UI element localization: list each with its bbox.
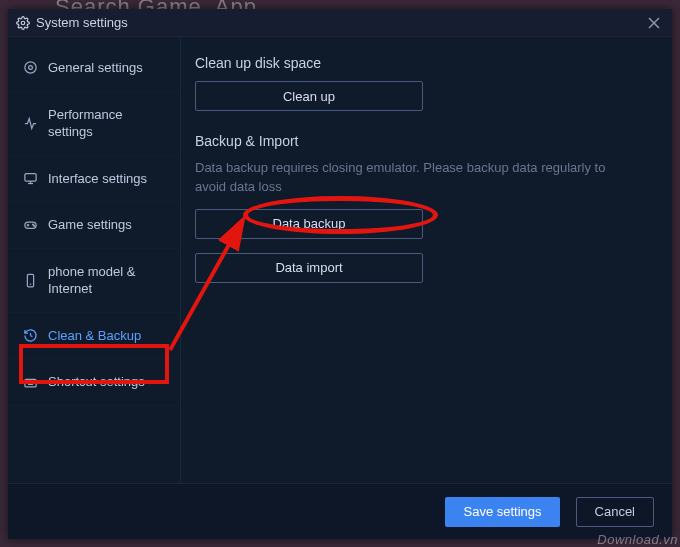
close-icon <box>648 17 660 29</box>
backup-note: Data backup requires closing emulator. P… <box>195 159 625 197</box>
sidebar-item-shortcut[interactable]: Shortcut settings <box>8 359 180 406</box>
sidebar-item-interface[interactable]: Interface settings <box>8 156 180 203</box>
watermark: Download.vn <box>597 532 678 547</box>
gear-icon <box>16 16 30 30</box>
svg-line-16 <box>30 336 32 337</box>
sidebar: General settings Performance settings In… <box>8 37 181 483</box>
sidebar-item-label: Performance settings <box>48 106 166 141</box>
sidebar-item-label: General settings <box>48 59 166 77</box>
svg-rect-5 <box>24 173 35 181</box>
section-title-backup: Backup & Import <box>195 133 644 149</box>
sidebar-item-label: Interface settings <box>48 170 166 188</box>
settings-dialog: System settings General settings Perf <box>8 9 672 539</box>
sidebar-item-label: Clean & Backup <box>48 327 166 345</box>
svg-point-3 <box>28 66 32 70</box>
sidebar-item-label: phone model & Internet <box>48 263 166 298</box>
svg-point-11 <box>32 224 33 225</box>
sidebar-item-label: Shortcut settings <box>48 373 166 391</box>
keyboard-icon <box>22 374 38 390</box>
dialog-body: General settings Performance settings In… <box>8 37 672 483</box>
sidebar-item-phone-internet[interactable]: phone model & Internet <box>8 249 180 313</box>
data-import-button[interactable]: Data import <box>195 253 423 283</box>
data-backup-button[interactable]: Data backup <box>195 209 423 239</box>
sidebar-item-performance[interactable]: Performance settings <box>8 92 180 156</box>
section-title-cleanup: Clean up disk space <box>195 55 644 71</box>
sidebar-item-label: Game settings <box>48 216 166 234</box>
window-title: System settings <box>36 15 128 30</box>
gamepad-icon <box>22 217 38 233</box>
monitor-icon <box>22 170 38 186</box>
phone-icon <box>22 272 38 288</box>
sidebar-item-game[interactable]: Game settings <box>8 202 180 249</box>
history-icon <box>22 328 38 344</box>
dialog-footer: Save settings Cancel <box>8 483 672 539</box>
gear-icon <box>22 60 38 76</box>
svg-point-12 <box>33 226 34 227</box>
content-pane: Clean up disk space Clean up Backup & Im… <box>181 37 672 483</box>
titlebar: System settings <box>8 9 672 37</box>
svg-point-0 <box>21 21 25 25</box>
save-button[interactable]: Save settings <box>445 497 559 527</box>
svg-rect-17 <box>24 379 35 387</box>
sidebar-item-clean-backup[interactable]: Clean & Backup <box>8 313 180 360</box>
svg-point-4 <box>24 62 35 73</box>
sidebar-item-general[interactable]: General settings <box>8 45 180 92</box>
cleanup-button[interactable]: Clean up <box>195 81 423 111</box>
pulse-icon <box>22 115 38 131</box>
close-button[interactable] <box>644 13 664 33</box>
cancel-button[interactable]: Cancel <box>576 497 654 527</box>
